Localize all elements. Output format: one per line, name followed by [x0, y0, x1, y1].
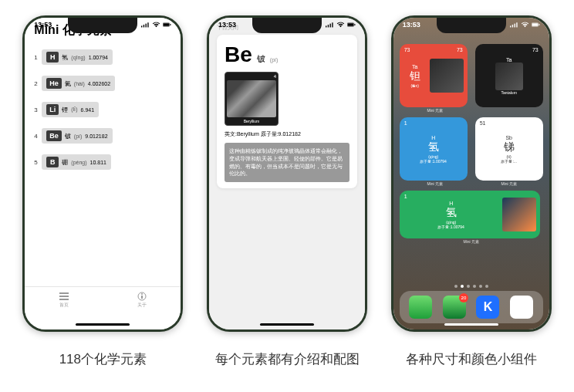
- svg-rect-22: [514, 24, 515, 28]
- dock: 20 K: [400, 291, 543, 323]
- element-info: 英文:Beryllium 原子量:9.012182: [225, 130, 349, 138]
- status-icons: [510, 21, 540, 29]
- widget-small-black[interactable]: 73 TaTantalum: [475, 44, 543, 107]
- phone-app-icon[interactable]: [409, 296, 432, 319]
- element-symbol: Be: [225, 42, 252, 67]
- tab-home[interactable]: 首页: [25, 287, 103, 313]
- list-item[interactable]: 4Be铍(pí)9.012182: [34, 128, 171, 144]
- wifi-icon: [152, 22, 160, 28]
- svg-point-12: [141, 293, 143, 295]
- svg-rect-0: [141, 25, 142, 27]
- widget-small-white[interactable]: 51 Sb锑(tī)原子量:...: [475, 117, 543, 181]
- svg-rect-25: [532, 23, 538, 25]
- widget-medium-green[interactable]: 1H氢(qīng)原子量:1.00794: [400, 191, 540, 238]
- element-description: 这种由精炼铍制成的纯净玻璃晶体通常会融化，变成导弹和航天器上坚固、轻便的部件。它…: [225, 143, 349, 182]
- element-name: 铍: [257, 53, 265, 65]
- widget-home-screen: 73 73 Ta钽(tǎn) Mini 元素 73 TaTantalu: [393, 18, 549, 329]
- svg-rect-11: [141, 296, 143, 299]
- widget-image: [430, 59, 464, 93]
- signal-icon: [510, 22, 518, 28]
- battery-icon: [163, 22, 171, 28]
- status-time: 13:53: [34, 21, 52, 29]
- widget-label: Mini 元素: [400, 239, 543, 244]
- status-time: 13:53: [403, 21, 420, 29]
- widget-small-blue[interactable]: 1 H氢(qīng)原子量:1.00794: [400, 117, 468, 181]
- svg-rect-2: [146, 24, 147, 28]
- info-icon: [137, 292, 147, 301]
- element-pinyin: (pí): [270, 57, 279, 63]
- svg-rect-16: [332, 22, 333, 27]
- caption: 各种尺寸和颜色小组件: [406, 350, 537, 368]
- svg-rect-23: [516, 22, 517, 27]
- wifi-icon: [521, 22, 529, 28]
- svg-rect-26: [539, 24, 539, 25]
- app-icon[interactable]: K: [476, 296, 499, 319]
- svg-rect-6: [171, 24, 171, 25]
- english-name: Beryllium: [227, 119, 276, 123]
- messages-app-icon[interactable]: 20: [443, 296, 466, 319]
- svg-rect-1: [144, 25, 144, 27]
- widget-image: [495, 63, 523, 90]
- caption: 每个元素都有介绍和配图: [215, 350, 360, 368]
- signal-icon: [141, 22, 150, 28]
- home-indicator: [260, 323, 314, 326]
- list-icon: [59, 292, 69, 301]
- home-indicator: [76, 323, 130, 326]
- tab-bar: 首页 关于: [25, 286, 181, 313]
- list-item[interactable]: 5B硼(péng)10.811: [34, 154, 171, 170]
- notch: [252, 18, 322, 33]
- detail-card: Be 铍 (pí) 4 Beryllium 英文:Beryllium 原子量:9…: [217, 35, 357, 188]
- atomic-number: 4: [274, 74, 276, 79]
- status-icons: [141, 21, 171, 29]
- badge: 20: [459, 293, 468, 302]
- safari-app-icon[interactable]: [510, 296, 533, 319]
- phone-screenshot-2: 13:53 下拉关闭 Be 铍 (pí) 4 Beryllium: [207, 15, 367, 332]
- phone-screenshot-3: 13:53 73 73 Ta钽(tǎn): [391, 15, 552, 332]
- home-indicator: [444, 323, 498, 326]
- svg-rect-19: [354, 24, 355, 25]
- notch: [68, 18, 137, 33]
- status-time: 13:53: [218, 21, 236, 29]
- widget-number: 73: [404, 47, 410, 52]
- battery-icon: [347, 22, 356, 28]
- svg-rect-5: [164, 23, 170, 25]
- svg-rect-15: [330, 24, 331, 28]
- svg-rect-18: [348, 23, 354, 25]
- svg-rect-14: [328, 25, 329, 27]
- svg-rect-3: [148, 22, 149, 27]
- svg-rect-13: [326, 25, 326, 27]
- tab-about[interactable]: 关于: [103, 287, 181, 313]
- widget-label: Mini 元素: [400, 108, 471, 113]
- widget-label: Mini 元素: [475, 181, 543, 186]
- svg-rect-8: [59, 296, 69, 297]
- widget-label: Mini 元素: [400, 181, 471, 186]
- notch: [437, 18, 506, 33]
- battery-icon: [532, 22, 540, 28]
- page-dots[interactable]: [393, 285, 549, 288]
- wifi-icon: [336, 22, 345, 28]
- signal-icon: [326, 22, 334, 28]
- svg-rect-20: [510, 25, 511, 27]
- list-item[interactable]: 3Li锂(lǐ)6.941: [34, 102, 171, 117]
- svg-rect-7: [59, 292, 69, 294]
- element-image: 4 Beryllium: [225, 72, 279, 126]
- status-icons: [326, 21, 356, 29]
- element-detail-screen: 下拉关闭 Be 铍 (pí) 4 Beryllium 英文:Beryllium …: [209, 18, 365, 329]
- element-list-screen: Mini 化学元素 1H氢(qīng)1.00794 2He氦(hài)4.00…: [25, 18, 181, 329]
- widget-number: 73: [457, 47, 463, 52]
- widget-image: [502, 198, 536, 231]
- list-item[interactable]: 1H氢(qīng)1.00794: [34, 49, 171, 65]
- widget-small-red[interactable]: 73 73 Ta钽(tǎn): [400, 44, 468, 107]
- caption: 118个化学元素: [59, 350, 147, 368]
- phone-screenshot-1: 13:53 Mini 化学元素 1H氢(qīng)1.00794 2He氦(hà…: [22, 15, 183, 332]
- list-item[interactable]: 2He氦(hài)4.002602: [34, 76, 171, 91]
- svg-rect-21: [512, 25, 512, 27]
- svg-rect-9: [59, 299, 69, 300]
